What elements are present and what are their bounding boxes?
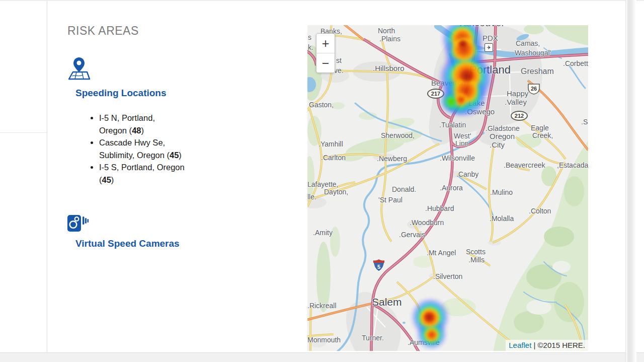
map-label-north-plains-1: North <box>378 27 395 35</box>
map-label-washougal: Washougal' <box>515 49 551 57</box>
map-pin-icon <box>67 56 91 81</box>
map-label-woodburn: .Woodburn <box>410 219 444 227</box>
map-label-rickreall: .Rickreall <box>307 302 337 310</box>
map-label-mt-angel: .Mt Angel <box>427 249 456 257</box>
map-label-yamhill: .Yamhill <box>318 140 343 148</box>
attribution-separator: | <box>531 341 537 349</box>
route-shield-i5: 5 <box>373 259 385 272</box>
map-label-mulino: .Mulino <box>490 188 513 196</box>
map-label-partial-st: st <box>336 56 342 64</box>
footer-bar <box>0 352 644 362</box>
map-label-happy-valley-1: Happy <box>507 89 528 98</box>
list-item: I-5 S, Portland, Oregon (45) <box>99 161 217 186</box>
map-label-eagle-creek-2: Creek, <box>532 131 553 139</box>
map-label-eagle-creek-1: Eagle <box>531 124 549 132</box>
map-label-oregon-city-2: .City <box>490 140 505 149</box>
top-hairline <box>0 0 644 1</box>
risk-item-close: ) <box>111 175 114 184</box>
speed-camera-icon <box>67 211 90 233</box>
map-label-scotts-mills-2: .Mills <box>468 256 485 264</box>
map-label-partial-s: s <box>308 33 311 41</box>
map-label-sandy: .Sandy <box>581 118 588 126</box>
virtual-speed-cameras-heading[interactable]: Virtual Speed Cameras <box>75 238 180 249</box>
zoom-in-button[interactable]: + <box>316 34 335 53</box>
route-shield-217-text: 217 <box>431 91 440 97</box>
map-label-aurora: .Aurora <box>440 184 463 192</box>
map-label-partial-k: k. <box>308 43 313 51</box>
risk-item-line1: I-5 N, Portland, <box>99 113 155 122</box>
map-label-aumsville: .Aumsville <box>408 338 440 346</box>
risk-item-line2: Sublimity, Oregon ( <box>99 151 170 160</box>
zoom-out-button[interactable]: − <box>316 53 335 73</box>
map-label-camas: Camas, <box>516 39 540 47</box>
map-label-monmouth: Monmouth <box>307 336 341 344</box>
map-label-west-linn-1: West' <box>454 132 471 140</box>
left-column-divider <box>0 132 47 133</box>
route-shield-212: 212 <box>511 111 528 121</box>
map-label-turner: Turner. <box>362 334 384 342</box>
map-label-gaston: Gaston, <box>309 101 334 109</box>
map-label-scotts-mills-1: Scotts <box>466 248 486 256</box>
map-label-hillsboro: .Hillsboro <box>373 64 405 73</box>
map-label-west-linn-2: Linn <box>455 139 468 148</box>
map-label-lake-oswego-1: Lake <box>468 99 485 107</box>
map-label-donald: Donald. <box>392 185 416 193</box>
map-label-dayton: Dayton, <box>324 188 348 196</box>
route-shield-us26: 26 <box>527 83 540 95</box>
risk-item-count: 45 <box>102 175 111 184</box>
route-shield-212-text: 212 <box>515 113 524 119</box>
map-label-corbett: .Corbett <box>563 59 588 67</box>
map-label-north-plains-2: .Plains <box>379 35 400 43</box>
map-label-partial-ve: ve. <box>334 66 344 75</box>
map-label-newberg: .Newberg <box>377 155 407 163</box>
map-label-estacada: ,Estacada <box>557 161 588 169</box>
speeding-locations-heading[interactable]: Speeding Locations <box>75 88 167 99</box>
attribution-copyright: ©2015 HERE. <box>538 341 585 349</box>
map-label-lake-oswego-2: .Oswego <box>465 107 495 116</box>
map-label-pdx: PDX <box>482 34 498 42</box>
risk-item-count: 45 <box>170 151 179 160</box>
map-label-mcminnville-partial: lle. <box>307 193 316 201</box>
page-title: RISK AREAS <box>67 24 139 38</box>
speeding-locations-list: I-5 N, Portland, Oregon (48) Cascade Hwy… <box>91 112 217 186</box>
map-label-gresham: Gresham <box>521 67 554 76</box>
map-label-canby: .Canby <box>456 170 478 178</box>
map-attribution: Leaflet | ©2015 HERE. <box>506 340 588 351</box>
map-label-tualatin: .Tualatin <box>439 121 466 129</box>
map-label-wilsonville: .Wilsonville <box>440 154 475 162</box>
map-label-silverton: .Silverton <box>433 272 462 280</box>
leaflet-link[interactable]: Leaflet <box>509 341 531 349</box>
map-label-beaverton: Beaverton <box>431 79 465 87</box>
map-labels-layer: Banks,North.PlainsVancouverPDXCamas,Wash… <box>307 25 588 351</box>
airport-glyph: ✈ <box>487 45 491 50</box>
route-shield-217: 217 <box>427 89 444 99</box>
map-zoom-control: + − <box>316 33 335 73</box>
map-label-vancouver: Vancouver <box>457 25 505 29</box>
risk-item-line1: I-5 S, Portland, Oregon <box>99 163 185 172</box>
risk-item-line2: Oregon ( <box>99 126 132 135</box>
map-label-gervais: .Gervais <box>399 231 425 239</box>
list-item: I-5 N, Portland, Oregon (48) <box>99 112 217 136</box>
map-label-lafayette: Lafayette, <box>307 180 339 188</box>
risk-item-count: 48 <box>132 126 141 135</box>
map[interactable]: Banks,North.PlainsVancouverPDXCamas,Wash… <box>307 25 588 351</box>
scrollbar[interactable] <box>625 0 636 362</box>
map-label-hubbard: .Hubbard <box>425 204 454 212</box>
list-item: Cascade Hwy Se, Sublimity, Oregon (45) <box>99 136 217 161</box>
map-label-colton: .Colton <box>529 207 551 215</box>
svg-text:5: 5 <box>377 264 380 270</box>
map-label-st-paul: 'St Paul <box>378 196 403 204</box>
map-label-amity: .Amity <box>313 229 333 237</box>
map-label-oregon-city-1: Oregon <box>490 132 515 140</box>
map-label-carlton: .Carlton <box>321 154 346 162</box>
risk-item-close: ) <box>141 126 144 135</box>
risk-item-line1: Cascade Hwy Se, <box>99 138 165 147</box>
map-label-salem: Salem <box>372 296 402 308</box>
risk-item-close: ) <box>179 151 182 160</box>
svg-text:26: 26 <box>531 86 537 92</box>
map-label-beavercreek: .Beavercreek <box>504 161 545 169</box>
map-label-portland: Portland <box>469 63 511 77</box>
map-label-happy-valley-2: .Valley <box>505 98 527 106</box>
airport-icon: ✈ <box>485 43 493 52</box>
map-label-gladstone: .Gladstone <box>486 124 520 132</box>
